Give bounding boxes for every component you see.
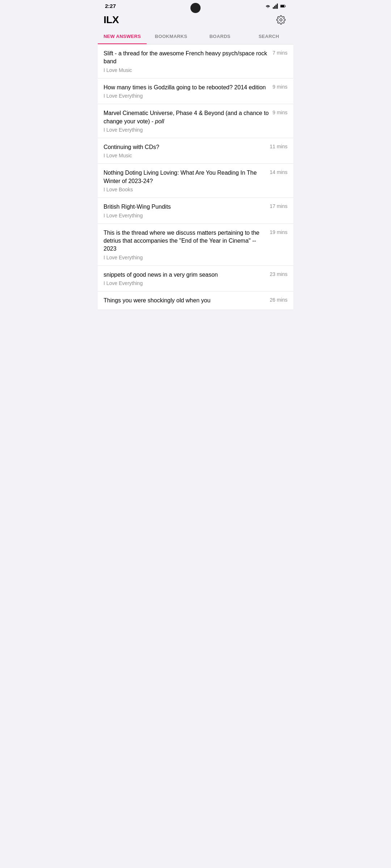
thread-title: How many times is Godzilla going to be r…: [104, 84, 269, 92]
thread-board: I Love Everything: [104, 255, 287, 260]
thread-title: Slift - a thread for the awesome French …: [104, 50, 269, 66]
svg-point-0: [268, 7, 268, 8]
thread-board: I Love Music: [104, 67, 287, 73]
thread-time: 26 mins: [270, 297, 287, 303]
thread-time: 14 mins: [270, 169, 287, 175]
svg-point-7: [280, 19, 282, 21]
thread-top: snippets of good news in a very grim sea…: [104, 271, 287, 279]
thread-board: I Love Everything: [104, 93, 287, 99]
thread-time: 23 mins: [270, 271, 287, 277]
tab-new-answers[interactable]: NEW ANSWERS: [98, 29, 147, 44]
svg-rect-6: [281, 5, 284, 7]
tab-bar: NEW ANSWERS BOOKMARKS BOARDS SEARCH: [98, 29, 293, 44]
thread-top: British Right-Wing Pundits17 mins: [104, 203, 287, 211]
battery-icon: [280, 3, 286, 9]
svg-rect-2: [274, 6, 275, 9]
thread-time: 17 mins: [270, 203, 287, 209]
thread-item[interactable]: Continuing with CDs?11 minsI Love Music: [98, 138, 293, 164]
thread-board: I Love Books: [104, 187, 287, 192]
thread-title: Continuing with CDs?: [104, 143, 266, 151]
tab-search[interactable]: SEARCH: [244, 29, 293, 44]
thread-time: 9 mins: [273, 110, 287, 115]
thread-item[interactable]: Things you were shockingly old when you2…: [98, 292, 293, 310]
svg-rect-3: [276, 5, 277, 9]
wifi-icon: [265, 3, 271, 9]
settings-button[interactable]: [274, 13, 287, 26]
thread-title: snippets of good news in a very grim sea…: [104, 271, 266, 279]
thread-item[interactable]: British Right-Wing Pundits17 minsI Love …: [98, 198, 293, 224]
thread-item[interactable]: Nothing Doting Living Loving: What Are Y…: [98, 164, 293, 198]
thread-item[interactable]: This is the thread where we discuss matt…: [98, 224, 293, 266]
svg-rect-4: [277, 3, 278, 9]
thread-list: Slift - a thread for the awesome French …: [98, 44, 293, 310]
thread-title: Marvel Cinematic Universe, Phase 4 & Bey…: [104, 109, 269, 125]
thread-top: This is the thread where we discuss matt…: [104, 229, 287, 253]
thread-title: Nothing Doting Living Loving: What Are Y…: [104, 169, 266, 185]
signal-icon: [273, 3, 278, 9]
thread-time: 9 mins: [273, 84, 287, 90]
svg-rect-1: [273, 7, 274, 9]
thread-item[interactable]: Marvel Cinematic Universe, Phase 4 & Bey…: [98, 104, 293, 138]
app-logo: ILX: [104, 14, 119, 26]
thread-top: Continuing with CDs?11 mins: [104, 143, 287, 151]
thread-time: 7 mins: [273, 50, 287, 56]
thread-top: Nothing Doting Living Loving: What Are Y…: [104, 169, 287, 185]
status-icons: [265, 3, 286, 9]
tab-boards[interactable]: BOARDS: [196, 29, 244, 44]
header: ILX: [98, 10, 293, 29]
thread-top: Things you were shockingly old when you2…: [104, 297, 287, 305]
thread-time: 11 mins: [270, 144, 287, 149]
thread-top: Slift - a thread for the awesome French …: [104, 50, 287, 66]
tab-bookmarks[interactable]: BOOKMARKS: [147, 29, 196, 44]
thread-title: This is the thread where we discuss matt…: [104, 229, 266, 253]
thread-top: How many times is Godzilla going to be r…: [104, 84, 287, 92]
thread-title: British Right-Wing Pundits: [104, 203, 266, 211]
thread-item[interactable]: snippets of good news in a very grim sea…: [98, 266, 293, 292]
thread-time: 19 mins: [270, 229, 287, 235]
status-time: 2:27: [105, 3, 116, 9]
thread-board: I Love Everything: [104, 280, 287, 286]
thread-board: I Love Music: [104, 153, 287, 158]
camera-notch: [190, 3, 201, 13]
gear-icon: [276, 15, 286, 25]
thread-title: Things you were shockingly old when you: [104, 297, 266, 305]
thread-board: I Love Everything: [104, 213, 287, 218]
thread-board: I Love Everything: [104, 127, 287, 133]
thread-item[interactable]: Slift - a thread for the awesome French …: [98, 44, 293, 78]
thread-item[interactable]: How many times is Godzilla going to be r…: [98, 78, 293, 104]
thread-top: Marvel Cinematic Universe, Phase 4 & Bey…: [104, 109, 287, 125]
